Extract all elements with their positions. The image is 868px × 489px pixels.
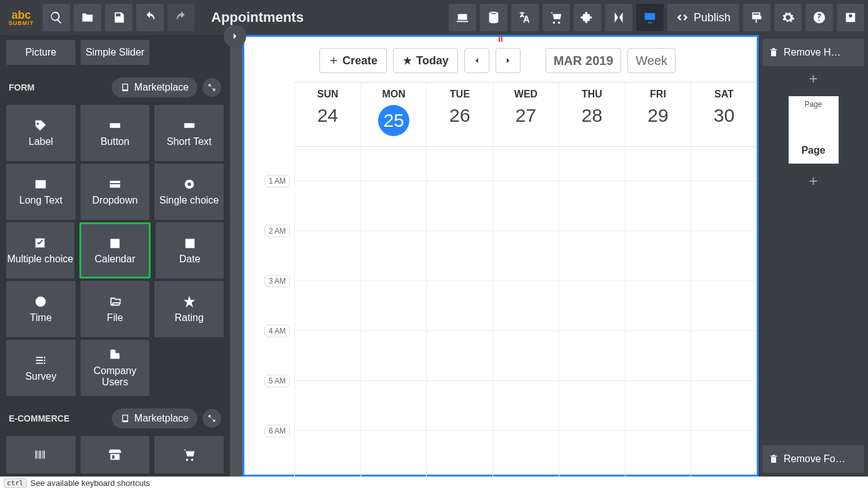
- widget-ecom-2[interactable]: [81, 436, 150, 473]
- widget-dropdown[interactable]: Dropdown: [81, 164, 150, 220]
- widget-short-text[interactable]: Short Text: [154, 105, 224, 161]
- calendar-month-year[interactable]: MAR 2019: [546, 48, 622, 73]
- calendar-cell[interactable]: [492, 431, 559, 477]
- calendar-cell[interactable]: [361, 181, 427, 230]
- calendar-day-column[interactable]: SAT30: [691, 82, 757, 146]
- widget-single-choice[interactable]: Single choice: [154, 164, 224, 220]
- remove-footer-button[interactable]: Remove Fo…: [762, 445, 864, 473]
- collapse-section-button[interactable]: [202, 409, 221, 428]
- calendar-cell[interactable]: [361, 281, 427, 330]
- calendar-day-column[interactable]: WED27: [492, 82, 559, 146]
- calendar-day-column[interactable]: TUE26: [426, 82, 492, 146]
- calendar-day-column[interactable]: SUN24: [294, 82, 361, 146]
- calendar-today-button[interactable]: Today: [393, 48, 458, 73]
- page-thumbnail[interactable]: Page Page: [789, 96, 839, 164]
- calendar-cell[interactable]: [294, 381, 361, 430]
- calendar-cell[interactable]: [361, 381, 427, 430]
- calendar-cell[interactable]: [559, 231, 625, 280]
- calendar-cell[interactable]: [625, 331, 691, 380]
- remove-header-button[interactable]: Remove H…: [762, 39, 864, 66]
- calendar-cell[interactable]: [691, 147, 757, 180]
- device-button[interactable]: [449, 4, 476, 31]
- collapse-sidebar-button[interactable]: [224, 25, 246, 47]
- widget-simple-slider[interactable]: Simple Slider: [81, 40, 150, 65]
- calendar-cell[interactable]: [559, 181, 625, 230]
- calendar-cell[interactable]: [691, 331, 757, 380]
- calendar-cell[interactable]: [294, 181, 361, 230]
- calendar-cell[interactable]: [559, 381, 625, 430]
- calendar-cell[interactable]: [625, 431, 691, 477]
- calendar-cell[interactable]: [361, 147, 427, 180]
- calendar-next-button[interactable]: [496, 48, 521, 73]
- flux-button[interactable]: [605, 4, 632, 31]
- widget-date[interactable]: Date: [156, 222, 224, 279]
- widget-long-text[interactable]: Long Text: [6, 164, 76, 220]
- widget-company-users[interactable]: Company Users: [81, 340, 150, 396]
- widget-rating[interactable]: Rating: [154, 281, 224, 337]
- calendar-cell[interactable]: [625, 181, 691, 230]
- calendar-cell[interactable]: [691, 431, 757, 477]
- publish-button[interactable]: Publish: [667, 4, 739, 31]
- theme-button[interactable]: [743, 4, 771, 31]
- widget-label[interactable]: Label: [6, 105, 76, 161]
- calendar-cell[interactable]: [492, 181, 559, 230]
- calendar-cell[interactable]: [691, 181, 757, 230]
- calendar-cell[interactable]: [294, 231, 361, 280]
- translate-button[interactable]: [511, 4, 539, 31]
- calendar-cell[interactable]: [691, 281, 757, 330]
- calendar-create-button[interactable]: Create: [319, 48, 387, 73]
- widget-time[interactable]: Time: [6, 281, 76, 337]
- widget-ecom-1[interactable]: [6, 436, 76, 473]
- calendar-cell[interactable]: [294, 431, 361, 477]
- calendar-cell[interactable]: [426, 231, 492, 280]
- calendar-widget[interactable]: Create Today MAR 2019 Week SUN24MON25TUE…: [242, 35, 759, 477]
- shortcut-hint[interactable]: See available keyboard shortcuts: [31, 478, 151, 488]
- widget-button[interactable]: Button: [81, 105, 150, 161]
- calendar-day-column[interactable]: MON25: [361, 82, 427, 146]
- calendar-cell[interactable]: [492, 281, 559, 330]
- save-button[interactable]: [105, 4, 132, 31]
- widget-survey[interactable]: Survey: [6, 340, 76, 396]
- cart-button[interactable]: [542, 4, 570, 31]
- calendar-cell[interactable]: [426, 331, 492, 380]
- calendar-cell[interactable]: [294, 281, 361, 330]
- calendar-cell[interactable]: [426, 381, 492, 430]
- open-button[interactable]: [74, 4, 101, 31]
- help-button[interactable]: [806, 4, 833, 31]
- resize-handle-top[interactable]: [495, 36, 506, 44]
- calendar-cell[interactable]: [426, 431, 492, 477]
- calendar-view-select[interactable]: Week: [627, 48, 676, 73]
- collapse-section-button[interactable]: [202, 78, 221, 97]
- calendar-cell[interactable]: [559, 331, 625, 380]
- calendar-cell[interactable]: [426, 181, 492, 230]
- calendar-cell[interactable]: [361, 331, 427, 380]
- widget-multiple-choice[interactable]: Multiple choice: [6, 222, 74, 279]
- marketplace-button-form[interactable]: Marketplace: [112, 77, 197, 97]
- calendar-cell[interactable]: [625, 231, 691, 280]
- calendar-prev-button[interactable]: [464, 48, 489, 73]
- calendar-day-column[interactable]: FRI29: [625, 82, 691, 146]
- settings-button[interactable]: [774, 4, 802, 31]
- calendar-cell[interactable]: [492, 331, 559, 380]
- calendar-cell[interactable]: [294, 331, 361, 380]
- calendar-cell[interactable]: [691, 381, 757, 430]
- calendar-cell[interactable]: [361, 431, 427, 477]
- data-button[interactable]: [480, 4, 507, 31]
- search-button[interactable]: [42, 4, 70, 31]
- calendar-cell[interactable]: [492, 381, 559, 430]
- calendar-cell[interactable]: [559, 431, 625, 477]
- calendar-cell[interactable]: [294, 147, 361, 180]
- plugins-button[interactable]: [574, 4, 601, 31]
- calendar-cell[interactable]: [492, 147, 559, 180]
- calendar-cell[interactable]: [625, 381, 691, 430]
- calendar-cell[interactable]: [559, 147, 625, 180]
- calendar-cell[interactable]: [426, 147, 492, 180]
- calendar-cell[interactable]: [426, 281, 492, 330]
- calendar-cell[interactable]: [559, 281, 625, 330]
- widget-ecom-3[interactable]: [154, 436, 224, 473]
- calendar-cell[interactable]: [625, 281, 691, 330]
- widget-calendar[interactable]: Calendar: [79, 222, 151, 279]
- calendar-cell[interactable]: [492, 231, 559, 280]
- calendar-cell[interactable]: [361, 231, 427, 280]
- calendar-day-column[interactable]: THU28: [559, 82, 625, 146]
